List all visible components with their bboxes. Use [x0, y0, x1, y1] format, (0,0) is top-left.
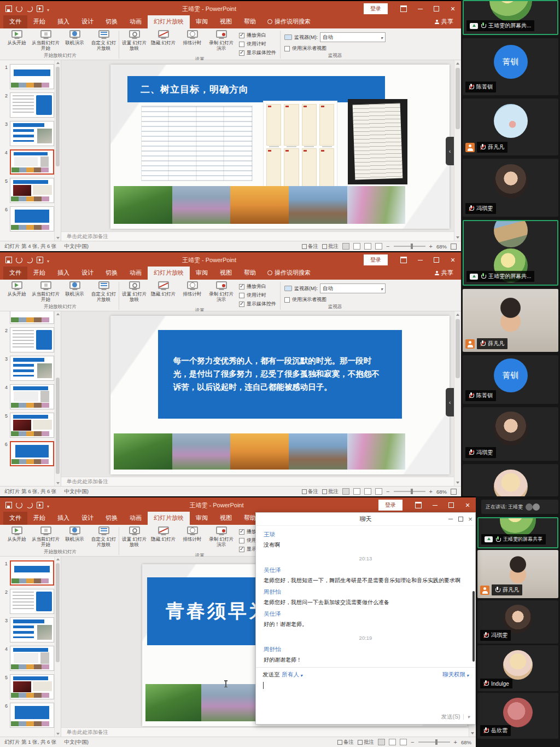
zoom-slider[interactable] [418, 742, 450, 743]
tab-review[interactable]: 审阅 [190, 267, 214, 280]
reading-view-button[interactable] [400, 739, 407, 745]
language-indicator[interactable]: 中文(中国) [65, 488, 89, 495]
panel-toggle[interactable]: ‹ [446, 137, 454, 165]
thumbnail-scrollbar[interactable] [54, 311, 61, 486]
fit-to-window-button[interactable] [451, 244, 457, 250]
zoom-level[interactable]: 68% [461, 739, 471, 745]
ribbon-button-from-current-slide[interactable]: 从当前幻灯片 开始 [31, 526, 60, 548]
minimize-icon[interactable] [412, 252, 428, 268]
zoom-slider[interactable] [394, 246, 425, 247]
ribbon-button-setup-slideshow[interactable]: 设置 幻灯片放映 [120, 526, 149, 548]
participant-tile[interactable]: 菁钏 陈菁钏 [463, 38, 558, 95]
ribbon-button-from-beginning[interactable]: 从头开始 [2, 281, 31, 297]
reading-view-button[interactable] [364, 488, 371, 495]
ribbon-button-record-slideshow[interactable]: 录制 幻灯片演示 [207, 30, 236, 51]
participant-tile[interactable]: 冯琪雯 [477, 600, 558, 644]
language-indicator[interactable]: 中文(中国) [65, 243, 89, 250]
restore-icon[interactable] [428, 1, 445, 16]
tab-view[interactable]: 视图 [214, 15, 238, 28]
thumbnail-slide-4-selected[interactable] [10, 149, 54, 175]
ribbon-button-custom-slideshow[interactable]: 自定义 幻灯片放映 [89, 281, 118, 303]
tab-file[interactable]: 文件 [3, 267, 27, 280]
ribbon-button-custom-slideshow[interactable]: 自定义 幻灯片放映 [89, 30, 118, 51]
ribbon-button-hide-slide[interactable]: 隐藏 幻灯片 [149, 281, 178, 297]
tab-home[interactable]: 开始 [27, 15, 51, 28]
close-icon[interactable] [459, 497, 476, 513]
save-icon[interactable] [5, 257, 12, 263]
zoom-out-button[interactable]: − [386, 243, 389, 250]
tab-slideshow[interactable]: 幻灯片放映 [148, 512, 190, 525]
thumbnail-slide-6[interactable] [10, 703, 54, 728]
tab-design[interactable]: 设计 [75, 512, 100, 525]
participant-tile-video[interactable]: 薛凡凡 [477, 550, 558, 598]
ribbon-button-rehearse-timings[interactable]: 排练计时 [178, 281, 207, 297]
start-slideshow-icon[interactable] [37, 5, 43, 12]
undo-icon[interactable] [16, 502, 22, 508]
chat-input[interactable] [262, 679, 469, 703]
slide-image-document-photo[interactable] [348, 99, 407, 184]
thumbnail-slide-6[interactable] [10, 206, 54, 231]
thumbnail-slide-4[interactable] [10, 646, 54, 671]
presenter-view-checkbox[interactable] [284, 46, 290, 51]
tab-home[interactable]: 开始 [27, 267, 51, 280]
ribbon-button-from-beginning[interactable]: 从头开始 [2, 526, 31, 542]
minimize-icon[interactable] [412, 1, 428, 16]
thumbnail-slide-3[interactable] [10, 121, 54, 146]
tab-help[interactable]: 帮助 [238, 15, 262, 28]
slide-sorter-view-button[interactable] [353, 488, 360, 495]
use-timings-checkbox[interactable] [239, 42, 244, 47]
save-icon[interactable] [5, 502, 12, 508]
slide-image-file-list[interactable] [141, 106, 253, 181]
presenter-view-checkbox[interactable] [284, 297, 290, 303]
thumbnail-slide-3[interactable] [10, 356, 54, 381]
tab-help[interactable]: 帮助 [238, 267, 262, 280]
thumbnail-slide-5[interactable] [10, 413, 54, 438]
notes-area[interactable]: 单击此处添加备注 [61, 727, 476, 737]
zoom-out-button[interactable]: − [411, 739, 414, 745]
tab-design[interactable]: 设计 [75, 267, 100, 280]
show-media-controls-checkbox[interactable] [239, 302, 244, 307]
thumbnail-slide-2[interactable] [10, 589, 54, 614]
share-button[interactable]: 共享 [427, 15, 461, 28]
slide-editor[interactable]: 每一个努力变优秀的人，都有一段沉默的时光。那一段时光，是付出了很多努力，忍受了很… [110, 316, 450, 474]
normal-view-button[interactable] [342, 243, 349, 250]
play-narrations-checkbox[interactable] [239, 33, 244, 38]
save-icon[interactable] [5, 5, 12, 12]
zoom-level[interactable]: 68% [436, 244, 447, 250]
zoom-slider[interactable] [394, 491, 425, 492]
tab-design[interactable]: 设计 [75, 15, 100, 28]
tab-animations[interactable]: 动画 [124, 15, 148, 28]
tell-me-search[interactable]: 操作说明搜索 [262, 15, 316, 28]
show-media-controls-checkbox[interactable] [239, 547, 244, 552]
start-slideshow-icon[interactable] [37, 257, 43, 263]
chat-minimize-icon[interactable] [446, 514, 456, 524]
participant-tile[interactable]: 薛凡凡 [463, 99, 558, 155]
tab-view[interactable]: 视图 [214, 267, 238, 280]
chat-message-list[interactable]: 王琰 没有啊 20:13 吴仕泽 老师您好，我想知道一下，舞蹈生考研是不是需要音… [256, 526, 475, 667]
tab-transitions[interactable]: 切换 [100, 15, 124, 28]
thumbnail-slide-1[interactable] [10, 311, 54, 324]
normal-view-button[interactable] [378, 739, 385, 745]
zoom-in-button[interactable]: + [429, 243, 433, 250]
tab-transitions[interactable]: 切换 [100, 512, 124, 525]
participant-tile[interactable]: 冯琪雯 [463, 159, 558, 217]
notes-toggle-button[interactable]: 备注 [302, 243, 318, 250]
monitor-select[interactable]: 自动 [320, 32, 386, 42]
ribbon-button-rehearse-timings[interactable]: 排练计时 [178, 30, 207, 46]
restore-icon[interactable] [428, 252, 445, 268]
tab-slideshow[interactable]: 幻灯片放映 [148, 267, 190, 280]
tab-insert[interactable]: 插入 [51, 15, 75, 28]
tab-slideshow[interactable]: 幻灯片放映 [148, 15, 190, 28]
ribbon-display-options-icon[interactable] [395, 252, 412, 268]
tab-view[interactable]: 视图 [214, 512, 238, 525]
monitor-select[interactable]: 自动 [320, 283, 386, 293]
thumbnail-slide-5[interactable] [10, 674, 54, 699]
restore-icon[interactable] [443, 497, 459, 513]
send-to-dropdown[interactable]: 所有人 [282, 671, 303, 679]
ribbon-button-from-beginning[interactable]: 从头开始 [2, 30, 31, 46]
participant-tile[interactable]: 冯琪雯 [463, 407, 558, 461]
login-button[interactable]: 登录 [364, 3, 388, 14]
thumbnail-scrollbar[interactable] [54, 557, 61, 737]
use-timings-checkbox[interactable] [239, 293, 244, 298]
thumbnail-slide-3[interactable] [10, 617, 54, 642]
